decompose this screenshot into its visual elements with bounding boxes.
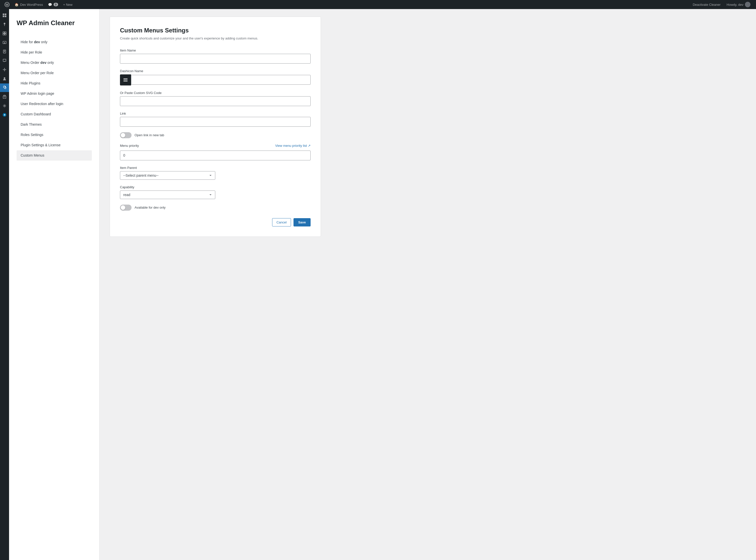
menu-priority-label: Menu priority [120,144,139,147]
svg-point-6 [4,23,5,24]
dashicon-row [120,74,311,85]
content-area: Custom Menus Settings Create quick short… [100,9,756,560]
sidebar-item-hide-dev[interactable]: Hide for dev only [17,37,92,47]
link-input[interactable] [120,117,311,127]
svg-rect-10 [3,34,4,35]
svg-rect-28 [123,81,128,81]
settings-card: Custom Menus Settings Create quick short… [110,17,321,237]
priority-row: Menu priority View menu priority list ↗ [120,144,311,147]
sidebar-icon-comments[interactable] [0,56,9,65]
sidebar-item-custom-dashboard[interactable]: Custom Dashboard [17,109,92,119]
comments-icon: 💬 [48,3,52,6]
sidebar-item-menu-order-dev[interactable]: Menu Order dev only [17,58,92,68]
item-name-input[interactable] [120,54,311,64]
howdy-label: Howdy, dev [726,3,743,6]
svg-point-18 [4,77,5,79]
svg-text:W: W [5,3,8,6]
wp-logo-icon[interactable]: W [3,0,11,9]
svg-rect-3 [5,14,6,15]
link-label: Link [120,112,311,115]
sidebar-item-plugin-settings[interactable]: Plugin Settings & License [17,140,92,150]
dashicon-name-input[interactable] [131,75,311,85]
sidebar-icon-appearance[interactable] [0,65,9,74]
dashicon-name-group: Dashicon Name [120,69,311,85]
capability-select[interactable]: read edit_posts manage_options activate_… [120,191,215,199]
comments-item[interactable]: 💬 0 [45,0,61,9]
dev-only-toggle-label: Available for dev only [135,206,166,209]
custom-svg-label: Or Paste Custom SVG Code [120,91,311,95]
svg-rect-5 [5,16,6,17]
settings-title: Custom Menus Settings [120,27,311,34]
svg-rect-27 [123,80,128,80]
new-content-item[interactable]: + New [61,0,75,9]
svg-point-17 [4,69,5,71]
dev-only-toggle-row: Available for dev only [120,205,311,211]
admin-bar: W 🏠 Dev WordPress 💬 0 + New Deactivate C… [0,0,756,9]
item-name-label: Item Name [120,48,311,52]
link-group: Link [120,112,311,127]
item-parent-select[interactable]: --Select parent menu-- None Dashboard Po… [120,171,215,180]
custom-svg-input[interactable] [120,96,311,106]
sidebar-icon-plugins[interactable] [0,93,9,101]
sidebar-icon-settings[interactable] [0,102,9,110]
menu-priority-group: Menu priority View menu priority list ↗ [120,144,311,160]
sidebar-icon-pin[interactable] [0,20,9,29]
capability-label: Capability [120,185,311,189]
save-button[interactable]: Save [293,218,311,226]
sidebar-item-custom-menus[interactable]: Custom Menus [17,150,92,161]
sidebar-item-dark-themes[interactable]: Dark Themes [17,119,92,130]
sidebar-icon-blocks[interactable] [0,29,9,38]
dashicon-preview [120,74,131,85]
site-name-label: Dev WordPress [20,3,43,6]
dashicon-name-label: Dashicon Name [120,69,311,73]
capability-group: Capability read edit_posts manage_option… [120,185,311,199]
cancel-button[interactable]: Cancel [272,218,291,226]
svg-rect-4 [3,16,4,17]
sidebar-item-hide-role[interactable]: Hide per Role [17,47,92,58]
svg-rect-2 [3,14,4,15]
deactivate-label: Deactivate Cleaner [693,3,720,6]
sidebar-item-hide-plugins[interactable]: Hide Plugins [17,78,92,88]
item-name-group: Item Name [120,48,311,64]
icon-sidebar [0,9,9,560]
avatar [745,2,751,7]
sidebar-item-menu-order-role[interactable]: Menu Order per Role [17,68,92,78]
svg-rect-26 [123,78,128,79]
new-label: + New [63,3,73,6]
custom-svg-group: Or Paste Custom SVG Code [120,91,311,106]
site-name-item[interactable]: 🏠 Dev WordPress [12,0,45,9]
new-tab-toggle-row: Open link in new tab [120,132,311,138]
svg-point-23 [4,105,5,106]
item-parent-group: Item Parent --Select parent menu-- None … [120,166,311,180]
form-buttons: Cancel Save [120,218,311,226]
view-menu-priority-link[interactable]: View menu priority list ↗ [275,144,311,147]
new-tab-toggle-label: Open link in new tab [135,133,164,137]
home-icon: 🏠 [15,3,19,6]
sidebar-item-user-redirect[interactable]: User Redirection after login [17,99,92,109]
svg-rect-9 [5,32,6,34]
sidebar-item-login-page[interactable]: WP Admin login page [17,88,92,99]
sidebar-icon-dashboard[interactable] [0,11,9,20]
sidebar-icon-users[interactable] [0,74,9,83]
sidebar-icon-media[interactable] [0,38,9,47]
svg-rect-11 [5,34,6,35]
sidebar-icon-pages[interactable] [0,47,9,56]
page-title: WP Admin Cleaner [17,19,92,27]
new-tab-toggle[interactable] [120,132,132,138]
item-parent-label: Item Parent [120,166,311,169]
svg-rect-7 [4,24,5,26]
main-layout: WP Admin Cleaner Hide for dev only Hide … [0,9,756,560]
settings-description: Create quick shortcuts and customize you… [120,36,311,41]
sidebar-icon-tools[interactable] [0,83,9,92]
comments-count: 0 [54,3,58,6]
menu-priority-input[interactable] [120,151,311,160]
main-sidebar: WP Admin Cleaner Hide for dev only Hide … [9,9,100,560]
sidebar-icon-play[interactable] [0,111,9,119]
howdy-user-item[interactable]: Howdy, dev [724,0,753,9]
adminbar-right: Deactivate Cleaner Howdy, dev [690,0,753,9]
svg-rect-8 [3,32,4,34]
deactivate-cleaner-button[interactable]: Deactivate Cleaner [690,0,723,9]
dev-only-toggle[interactable] [120,205,132,211]
sidebar-navigation: Hide for dev only Hide per Role Menu Ord… [17,37,92,161]
sidebar-item-roles-settings[interactable]: Roles Settings [17,130,92,140]
